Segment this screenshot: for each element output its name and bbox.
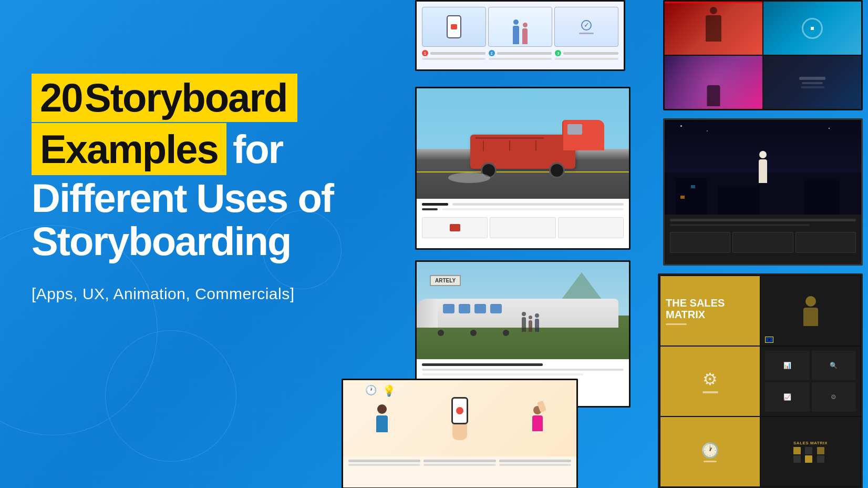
window-light-2	[691, 185, 695, 188]
tc-line-6	[499, 464, 571, 466]
figure-shadow	[707, 85, 720, 106]
sp-body	[803, 308, 818, 326]
cap1-row: 1	[422, 50, 485, 56]
night-captions	[665, 215, 861, 257]
title-highlight-block: 20 Storyboard	[32, 74, 297, 122]
cap3-line2	[555, 58, 618, 60]
cap1-num: 1	[422, 50, 428, 56]
cap-line-3	[422, 208, 438, 210]
accent-line-1	[665, 2, 762, 3]
dark-thumb-1	[670, 232, 730, 253]
sales-title-inner: THE SALES MATRIX	[666, 281, 755, 340]
figure-head	[759, 151, 767, 158]
phone-btn	[456, 407, 463, 414]
tc-line-1	[348, 460, 420, 462]
sales-clock-inner: 🕐	[701, 442, 719, 462]
sales-gear-cell: ⚙	[660, 347, 760, 416]
title-examples-yellow: Examples	[32, 123, 226, 175]
subtitle: [Apps, UX, Animation, Commercials]	[32, 285, 295, 302]
bldg-2	[717, 186, 759, 215]
chart-mini-3: 📈	[765, 382, 810, 412]
bg-circle-2	[105, 330, 236, 462]
sales-title-cell: THE SALES MATRIX	[660, 276, 760, 345]
person-c	[535, 319, 539, 332]
title-line2-block: Different Uses of	[32, 177, 399, 219]
window-light-1	[680, 196, 685, 199]
phone-area	[426, 397, 493, 440]
person-a	[522, 317, 526, 332]
truck-cab-part	[562, 120, 604, 150]
caption-row-1	[422, 203, 624, 206]
title-number: 20	[40, 75, 82, 120]
dark-figure	[706, 15, 721, 42]
tw-4	[490, 304, 502, 313]
cap-line-2	[452, 203, 624, 206]
head-c	[535, 313, 539, 318]
head-a	[522, 312, 526, 316]
dark-cap-2	[670, 224, 810, 226]
dark-thumb-2	[732, 232, 793, 253]
sales-matrix-title: THE SALES MATRIX	[666, 297, 755, 320]
cap2: 2	[489, 50, 552, 60]
clock-icon: 🕐	[365, 384, 377, 396]
star-1	[680, 125, 682, 127]
truck-storyboard	[415, 87, 631, 250]
dark-cap-1	[670, 219, 856, 221]
matrix-grid	[793, 447, 828, 463]
chart-mini-1: 📊	[765, 351, 810, 380]
text-line	[579, 33, 594, 34]
caption-row-2	[422, 208, 624, 210]
rail-1	[483, 140, 484, 151]
title-line3-block: Storyboarding	[32, 220, 399, 262]
sp-head	[805, 296, 816, 307]
chart-mini-4: ⚙	[812, 382, 856, 412]
star-3	[829, 128, 830, 129]
title-line2: Different Uses of	[32, 176, 333, 220]
person-b	[529, 320, 532, 332]
cargo-rails	[476, 137, 544, 141]
sales-matrix-cell: SALES MATRIX	[761, 417, 860, 486]
phone-icon	[447, 15, 461, 38]
clock-icon-big: 🕐	[701, 442, 719, 459]
cap3-row: 3	[555, 50, 618, 56]
figure2	[522, 28, 528, 44]
mg-5	[805, 455, 812, 463]
mg-2	[805, 447, 812, 454]
figures	[513, 26, 528, 44]
cap2-num: 2	[489, 50, 495, 56]
gear-line	[702, 391, 718, 393]
tablet-caps	[343, 456, 576, 469]
title-examples-row: Examples for	[32, 123, 399, 175]
scifi-dark-content	[763, 56, 861, 109]
cap-line-4	[442, 208, 624, 210]
sales-chart-cell: 📊 🔍 📈 ⚙	[761, 347, 860, 416]
presenter-body	[376, 415, 388, 432]
dark-line-3	[801, 86, 824, 88]
thumb-truck	[450, 224, 460, 231]
scifi-grid	[665, 2, 861, 109]
thumb-3	[558, 217, 624, 238]
tw-3	[474, 304, 486, 313]
star-2	[707, 130, 708, 131]
scifi-cell-1	[665, 2, 762, 55]
sales-person-cell: ★	[761, 276, 860, 345]
left-content: 20 Storyboard Examples for Different Use…	[32, 74, 399, 303]
cap2-line2	[489, 58, 552, 60]
woman-area	[504, 406, 571, 431]
figure-body	[759, 159, 767, 183]
tablet-cap-col-3	[499, 460, 571, 466]
train-captions	[417, 359, 629, 380]
tablet-scene: 💡 🕐	[343, 380, 576, 456]
night-scene	[665, 120, 861, 215]
truck-main-body	[470, 135, 575, 169]
presenter-head	[377, 404, 387, 414]
app-storyboard-top: ✓ 1 2 3	[415, 0, 625, 71]
dark-line-1	[799, 77, 825, 80]
matrix-inner: SALES MATRIX	[790, 438, 831, 466]
scene-thumbs	[422, 217, 624, 238]
app-panel-3: ✓	[554, 7, 618, 47]
mg-4	[793, 455, 801, 463]
app-panel-2	[488, 7, 552, 47]
scifi-content-1	[665, 2, 762, 55]
app-panels: ✓	[417, 2, 624, 49]
